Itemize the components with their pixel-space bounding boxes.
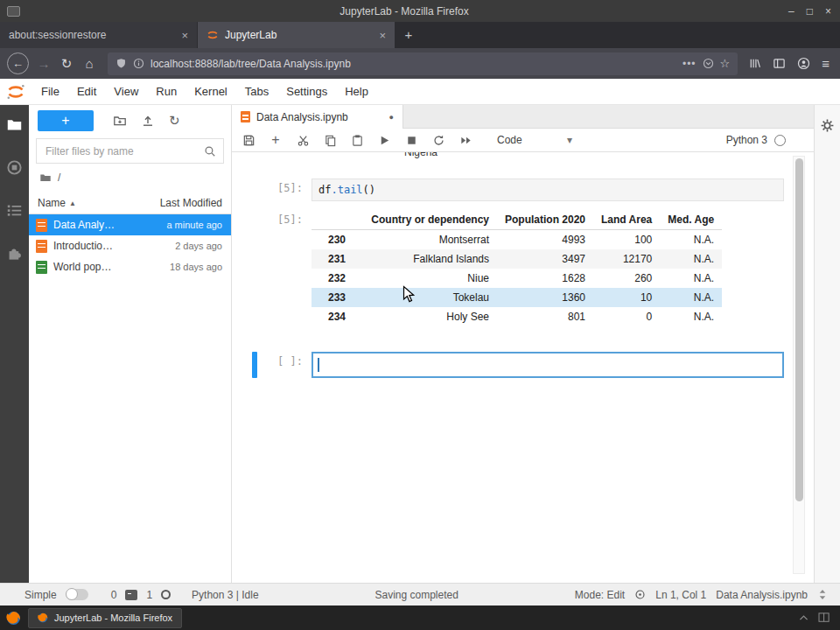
reload-button[interactable]: ↻ — [55, 52, 78, 75]
run-cell-button[interactable] — [376, 132, 392, 148]
notebook-file-icon — [36, 240, 47, 253]
library-icon[interactable] — [748, 57, 761, 70]
gear-icon[interactable] — [820, 118, 835, 133]
terminals-count[interactable]: 0 — [111, 589, 117, 601]
menu-run[interactable]: Run — [147, 85, 186, 98]
menu-tabs[interactable]: Tabs — [236, 85, 277, 98]
table-row: 230 Montserrat 4993 100 N.A. — [312, 230, 722, 250]
menu-file[interactable]: File — [32, 85, 68, 98]
empty-code-editor[interactable] — [312, 352, 784, 378]
column-header-name[interactable]: Name ▲ — [38, 197, 160, 209]
tracking-shield-icon[interactable] — [116, 58, 127, 69]
refresh-files-icon[interactable]: ↻ — [169, 113, 180, 129]
extension-manager-icon[interactable] — [6, 245, 23, 262]
restart-run-all-button[interactable] — [458, 132, 473, 148]
back-button[interactable]: ← — [7, 52, 29, 74]
url-text[interactable]: localhost:8888/lab/tree/Data Analysis.ip… — [150, 58, 676, 70]
filter-files-box[interactable] — [36, 138, 224, 164]
input-prompt: [ ]: — [257, 352, 312, 368]
window-menu-icon[interactable] — [7, 6, 20, 17]
notebook-content: Nigeria [5]: df.tail() [5]: — [232, 152, 814, 583]
jupyter-favicon-icon — [206, 29, 219, 41]
browser-tab-jupyterlab[interactable]: JupyterLab × — [198, 22, 395, 48]
firefox-launcher-icon[interactable] — [6, 611, 21, 626]
restart-kernel-button[interactable] — [430, 132, 446, 148]
cut-cells-button[interactable] — [295, 132, 311, 148]
pocket-icon[interactable] — [703, 58, 714, 69]
running-sessions-icon[interactable] — [6, 159, 23, 176]
notebook-scrollbar[interactable] — [793, 156, 805, 574]
tab-close-icon[interactable]: × — [379, 29, 386, 42]
notebook-mode[interactable]: Mode: Edit — [575, 589, 625, 601]
kernel-status-icon — [774, 135, 786, 146]
folder-icon[interactable] — [39, 172, 52, 184]
breadcrumb[interactable]: / — [29, 167, 231, 188]
kernel-sessions-icon[interactable] — [161, 590, 171, 599]
modified-dot-icon[interactable]: ● — [389, 113, 394, 122]
scrollbar-thumb[interactable] — [795, 158, 803, 501]
run-icon — [378, 134, 391, 147]
doc-tab-data-analysis[interactable]: Data Analysis.ipynb ● — [232, 105, 403, 129]
maximize-button[interactable]: □ — [807, 5, 813, 18]
crosshair-icon[interactable] — [634, 589, 646, 600]
page-actions-icon[interactable]: ••• — [682, 58, 696, 70]
new-launcher-button[interactable]: + — [38, 110, 94, 131]
copy-cells-button[interactable] — [322, 132, 338, 148]
file-row-introduction[interactable]: Introductio… 2 days ago — [29, 235, 231, 256]
upload-icon[interactable] — [141, 114, 155, 128]
browser-tab-sessionrestore[interactable]: about:sessionrestore × — [0, 22, 197, 48]
site-info-icon[interactable] — [133, 58, 144, 69]
search-icon — [204, 145, 216, 158]
kernel-status-text[interactable]: Python 3 | Idle — [192, 589, 259, 601]
command-palette-icon[interactable] — [6, 202, 23, 219]
column-header-modified[interactable]: Last Modified — [160, 197, 222, 209]
breadcrumb-root[interactable]: / — [58, 172, 60, 184]
sidebars-icon[interactable] — [773, 57, 786, 70]
cell-type-dropdown[interactable]: Code ▾ — [497, 134, 572, 146]
forward-button[interactable]: → — [32, 52, 55, 75]
notebook-file-icon — [241, 111, 250, 122]
menu-edit[interactable]: Edit — [68, 85, 105, 98]
taskbar-window-button[interactable]: JupyterLab - Mozilla Firefox — [28, 608, 182, 628]
hamburger-menu-icon[interactable]: ≡ — [822, 56, 830, 71]
scroll-arrows-icon[interactable] — [817, 589, 828, 600]
file-row-world-population[interactable]: World pop… 18 days ago — [29, 256, 231, 277]
code-object: df — [318, 184, 331, 196]
file-row-data-analysis[interactable]: Data Analy… a minute ago — [29, 214, 231, 235]
window-titlebar: JupyterLab - Mozilla Firefox – □ × — [0, 0, 840, 22]
chevron-up-icon[interactable] — [798, 612, 809, 624]
minimize-button[interactable]: – — [788, 5, 794, 18]
paste-cells-button[interactable] — [349, 132, 365, 148]
menu-help[interactable]: Help — [336, 85, 377, 98]
menu-settings[interactable]: Settings — [277, 85, 336, 98]
account-icon[interactable] — [797, 57, 810, 70]
code-editor[interactable]: df.tail() — [312, 178, 784, 201]
terminal-icon[interactable] — [125, 590, 137, 600]
workspace-pager-icon[interactable] — [818, 612, 830, 623]
close-button[interactable]: × — [825, 5, 831, 18]
url-bar[interactable]: localhost:8888/lab/tree/Data Analysis.ip… — [108, 52, 738, 75]
new-folder-icon[interactable] — [113, 114, 127, 128]
add-cell-button[interactable]: + — [268, 132, 284, 148]
kernels-count[interactable]: 1 — [146, 589, 152, 601]
save-button[interactable] — [241, 132, 256, 148]
menu-kernel[interactable]: Kernel — [186, 85, 236, 98]
new-tab-button[interactable]: + — [396, 22, 422, 48]
file-browser-icon[interactable] — [6, 116, 23, 133]
text-cursor — [318, 358, 319, 372]
code-method: .tail — [331, 184, 362, 196]
toggle-knob — [66, 588, 78, 600]
menu-view[interactable]: View — [105, 85, 147, 98]
kernel-name[interactable]: Python 3 — [726, 134, 767, 146]
cursor-position[interactable]: Ln 1, Col 1 — [655, 589, 706, 601]
bookmark-star-icon[interactable]: ☆ — [720, 57, 731, 70]
dataframe-table: Country or dependency Population 2020 La… — [312, 210, 722, 326]
output-prompt: [5]: — [252, 210, 312, 226]
filter-files-input[interactable] — [44, 144, 204, 158]
tab-close-icon[interactable]: × — [181, 29, 188, 42]
plus-icon: + — [61, 113, 69, 129]
home-button[interactable]: ⌂ — [78, 52, 101, 75]
simple-mode-toggle[interactable] — [66, 589, 88, 600]
previous-output-clipped: Nigeria — [404, 152, 438, 158]
interrupt-kernel-button[interactable] — [403, 132, 419, 148]
